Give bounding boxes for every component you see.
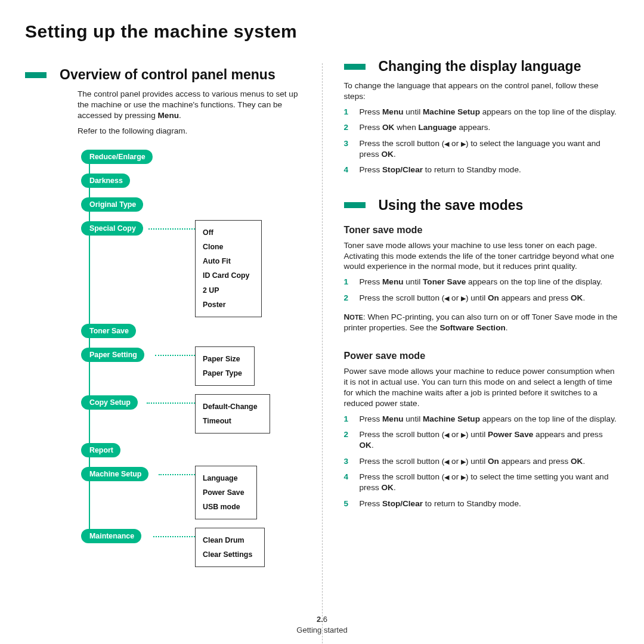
menu-tree-diagram: Reduce/Enlarge Darkness Original Type Sp… [81,150,308,567]
power-paragraph: Power save mode allows your machine to r… [344,366,620,409]
heading-overview-text: Overview of control panel menus [60,67,275,83]
page-footer: 2.6 Getting started [0,614,644,636]
sub-power-save: Power save mode [344,350,620,361]
heading-savemodes-text: Using the save modes [379,197,524,213]
submenu-copy-setup: Default-Change Timeout [195,394,270,434]
right-triangle-icon: ▶ [461,431,466,438]
changelang-intro: To change the language that appears on t… [344,80,620,102]
connector-machine [159,474,195,475]
connector-special [148,228,195,230]
connector-maint [153,536,195,537]
pill-report: Report [81,443,120,457]
connector-paper [155,355,195,356]
submenu-maintenance: Clean Drum Clear Settings [195,528,265,567]
overview-paragraph-1: The control panel provides access to var… [78,89,301,121]
sub-toner-save: Toner save mode [344,224,620,236]
submenu-paper-setting: Paper Size Paper Type [195,346,255,386]
accent-bar-icon [344,202,366,208]
accent-bar-icon [25,72,47,78]
toner-steps: 1 Press Menu until Toner Save appears on… [344,277,620,304]
toner-paragraph: Toner save mode allows your machine to u… [344,240,620,273]
right-triangle-icon: ▶ [461,458,466,465]
connector-copy [147,402,195,404]
page-title: Setting up the machine system [25,21,619,42]
submenu-machine-setup: Language Power Save USB mode [195,466,257,520]
pill-original-type: Original Type [81,197,143,212]
heading-changelang: Changing the display language [344,58,620,75]
left-column: Overview of control panel menus The cont… [25,56,301,567]
column-divider [322,63,323,644]
accent-bar-icon [344,64,366,70]
pill-darkness: Darkness [81,174,130,188]
pill-reduce-enlarge: Reduce/Enlarge [81,150,153,164]
heading-savemodes: Using the save modes [344,197,620,213]
footer-section: Getting started [296,626,347,634]
pill-maintenance: Maintenance [81,529,141,543]
overview-paragraph-2: Refer to the following diagram. [78,126,301,137]
right-triangle-icon: ▶ [461,140,466,147]
power-steps: 1 Press Menu until Machine Setup appears… [344,414,620,509]
heading-overview: Overview of control panel menus [25,67,301,83]
changelang-steps: 1 Press Menu until Machine Setup appears… [344,107,620,176]
pill-toner-save: Toner Save [81,324,136,338]
right-triangle-icon: ▶ [461,473,466,481]
right-triangle-icon: ▶ [461,295,466,302]
pill-machine-setup: Machine Setup [81,467,148,481]
heading-changelang-text: Changing the display language [379,58,581,75]
pill-copy-setup: Copy Setup [81,395,138,410]
submenu-special-copy: Off Clone Auto Fit ID Card Copy 2 UP Pos… [195,220,262,317]
pill-special-copy: Special Copy [81,221,143,236]
toner-note: NOTE: When PC-printing, you can also tur… [344,312,620,333]
pill-paper-setting: Paper Setting [81,348,144,362]
right-column: Changing the display language To change … [344,56,620,514]
